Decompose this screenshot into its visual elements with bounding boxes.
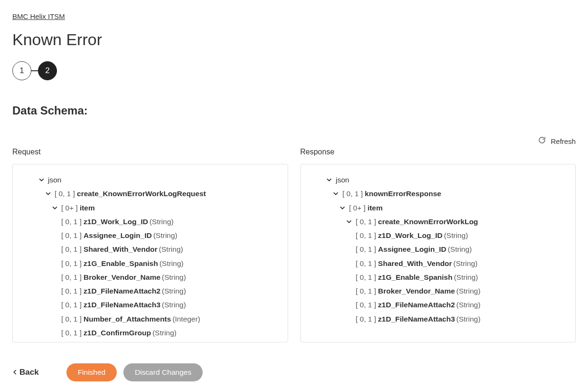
field-type: (String) bbox=[448, 244, 472, 255]
field-type: (String) bbox=[444, 230, 468, 241]
step-connector bbox=[31, 70, 38, 71]
tree-leaf[interactable]: [ 0, 1 ]z1D_FileNameAttach2(String) bbox=[305, 298, 572, 312]
field-name: z1D_FileNameAttach2 bbox=[84, 285, 160, 296]
tree-leaf[interactable]: [ 0, 1 ]Assignee_Login_ID(String) bbox=[17, 228, 284, 242]
field-name: Number_of_Attachments bbox=[84, 313, 171, 324]
tree-leaf[interactable]: [ 0, 1 ]z1D_FileNameAttach3(String) bbox=[305, 312, 572, 326]
tree-leaf[interactable]: [ 0, 1 ]Assignee_Login_ID(String) bbox=[305, 242, 572, 256]
cardinality: [ 0, 1 ] bbox=[61, 230, 82, 241]
chevron-down-icon bbox=[37, 177, 45, 182]
field-name: Broker_Vendor_Name bbox=[378, 285, 455, 296]
field-name: Shared_With_Vendor bbox=[378, 258, 452, 269]
field-name: z1D_FileNameAttach3 bbox=[378, 313, 455, 324]
cardinality: [ 0, 1 ] bbox=[61, 272, 82, 283]
section-heading: Data Schema: bbox=[12, 104, 576, 117]
tree-leaf[interactable]: [ 0, 1 ]z1D_FileNameAttach2(String) bbox=[17, 284, 284, 298]
back-label: Back bbox=[19, 368, 39, 377]
field-type: (String) bbox=[457, 313, 481, 324]
chevron-down-icon bbox=[332, 191, 340, 196]
node-label: json bbox=[336, 174, 349, 185]
cardinality: [ 0, 1 ] bbox=[356, 244, 376, 255]
finished-button[interactable]: Finished bbox=[66, 363, 117, 381]
chevron-left-icon bbox=[12, 368, 18, 377]
tree-leaf[interactable]: [ 0, 1 ]Broker_Vendor_Name(String) bbox=[17, 270, 284, 284]
breadcrumb-link[interactable]: BMC Helix ITSM bbox=[12, 12, 65, 20]
field-name: z1D_ConfirmGroup bbox=[84, 327, 151, 338]
tree-leaf[interactable]: [ 0, 1 ]Number_of_Attachments(Integer) bbox=[17, 312, 284, 326]
tree-node-request-root[interactable]: [ 0, 1 ] create_KnownErrorWorkLogRequest bbox=[17, 187, 284, 200]
cardinality: [ 0, 1 ] bbox=[356, 285, 376, 296]
chevron-down-icon bbox=[345, 219, 353, 224]
field-name: z1D_Work_Log_ID bbox=[84, 216, 148, 227]
cardinality: [ 0, 1 ] bbox=[356, 230, 376, 241]
field-type: (String) bbox=[159, 244, 183, 255]
cardinality: [ 0, 1 ] bbox=[61, 244, 82, 255]
tree-leaf[interactable]: [ 0, 1 ]z1D_ConfirmGroup(String) bbox=[17, 326, 284, 340]
tree-node-json[interactable]: json bbox=[17, 173, 284, 187]
cardinality: [ 0, 1 ] bbox=[356, 272, 376, 283]
chevron-down-icon bbox=[339, 205, 346, 210]
cardinality: [ 0, 1 ] bbox=[61, 216, 82, 227]
field-name: Shared_With_Vendor bbox=[84, 244, 158, 255]
tree-node-item[interactable]: [ 0+ ] item bbox=[305, 201, 572, 215]
field-type: (Integer) bbox=[172, 313, 200, 324]
tree-leaf[interactable]: [ 0, 1 ]z1D_Work_Log_ID(String) bbox=[17, 215, 284, 228]
request-tree: json [ 0, 1 ] create_KnownErrorWorkLogRe… bbox=[12, 164, 288, 342]
field-type: (String) bbox=[453, 258, 477, 269]
tree-leaf[interactable]: [ 0, 1 ]z1G_Enable_Spanish(String) bbox=[305, 270, 572, 284]
field-name: Assignee_Login_ID bbox=[378, 244, 447, 255]
tree-leaf[interactable]: [ 0, 1 ]Broker_Vendor_Name(String) bbox=[305, 284, 572, 298]
node-name: knownErrorResponse bbox=[365, 188, 441, 199]
cardinality: [ 0, 1 ] bbox=[343, 188, 363, 199]
tree-node-inner[interactable]: [ 0, 1 ] create_KnownErrorWorkLog bbox=[305, 215, 572, 228]
step-2[interactable]: 2 bbox=[38, 61, 57, 80]
field-name: z1G_Enable_Spanish bbox=[84, 258, 158, 269]
tree-leaf[interactable]: [ 0, 1 ]z1G_Enable_Spanish(String) bbox=[17, 256, 284, 270]
node-label: json bbox=[48, 174, 61, 185]
tree-leaf[interactable]: [ 0, 1 ]Shared_With_Vendor(String) bbox=[17, 242, 284, 256]
response-tree: json [ 0, 1 ] knownErrorResponse [ 0+ ] … bbox=[300, 164, 576, 342]
cardinality: [ 0, 1 ] bbox=[356, 313, 376, 324]
cardinality: [ 0, 1 ] bbox=[61, 299, 82, 310]
chevron-down-icon bbox=[51, 205, 58, 210]
tree-leaf[interactable]: [ 0, 1 ]z1D_Work_Log_ID(String) bbox=[305, 228, 572, 242]
tree-node-json[interactable]: json bbox=[305, 173, 572, 187]
chevron-down-icon bbox=[44, 191, 52, 196]
tree-leaf[interactable]: [ 0, 1 ]z1D_FileNameAttach3(String) bbox=[17, 298, 284, 312]
cardinality: [ 0, 1 ] bbox=[356, 299, 376, 310]
node-name: create_KnownErrorWorkLog bbox=[378, 216, 478, 227]
field-name: z1D_Work_Log_ID bbox=[378, 230, 443, 241]
cardinality: [ 0, 1 ] bbox=[61, 258, 82, 269]
field-type: (String) bbox=[162, 285, 186, 296]
cardinality: [ 0, 1 ] bbox=[61, 327, 82, 338]
field-type: (String) bbox=[162, 272, 186, 283]
cardinality: [ 0, 1 ] bbox=[61, 313, 82, 324]
tree-node-response-root[interactable]: [ 0, 1 ] knownErrorResponse bbox=[305, 187, 572, 200]
step-1[interactable]: 1 bbox=[12, 61, 31, 80]
cardinality: [ 0, 1 ] bbox=[61, 285, 82, 296]
refresh-label: Refresh bbox=[551, 137, 576, 145]
refresh-icon bbox=[538, 136, 546, 146]
refresh-button[interactable]: Refresh bbox=[12, 136, 576, 146]
field-name: z1D_FileNameAttach2 bbox=[378, 299, 455, 310]
back-button[interactable]: Back bbox=[12, 365, 44, 380]
field-name: Broker_Vendor_Name bbox=[84, 272, 160, 283]
chevron-down-icon bbox=[326, 177, 333, 182]
cardinality: [ 0+ ] bbox=[61, 202, 78, 213]
node-name: item bbox=[80, 202, 95, 213]
field-type: (String) bbox=[159, 258, 184, 269]
footer-actions: Back Finished Discard Changes bbox=[12, 363, 576, 381]
field-name: z1D_FileNameAttach3 bbox=[84, 299, 160, 310]
tree-node-item[interactable]: [ 0+ ] item bbox=[17, 201, 284, 215]
tree-leaf[interactable]: [ 0, 1 ]Shared_With_Vendor(String) bbox=[305, 256, 572, 270]
cardinality: [ 0, 1 ] bbox=[356, 216, 376, 227]
field-type: (String) bbox=[457, 299, 481, 310]
cardinality: [ 0+ ] bbox=[349, 202, 366, 213]
field-type: (String) bbox=[152, 327, 177, 338]
field-type: (String) bbox=[153, 230, 177, 241]
cardinality: [ 0, 1 ] bbox=[356, 258, 376, 269]
cardinality: [ 0, 1 ] bbox=[55, 188, 75, 199]
field-type: (String) bbox=[149, 216, 174, 227]
discard-changes-button[interactable]: Discard Changes bbox=[123, 363, 203, 381]
field-name: z1G_Enable_Spanish bbox=[378, 272, 453, 283]
